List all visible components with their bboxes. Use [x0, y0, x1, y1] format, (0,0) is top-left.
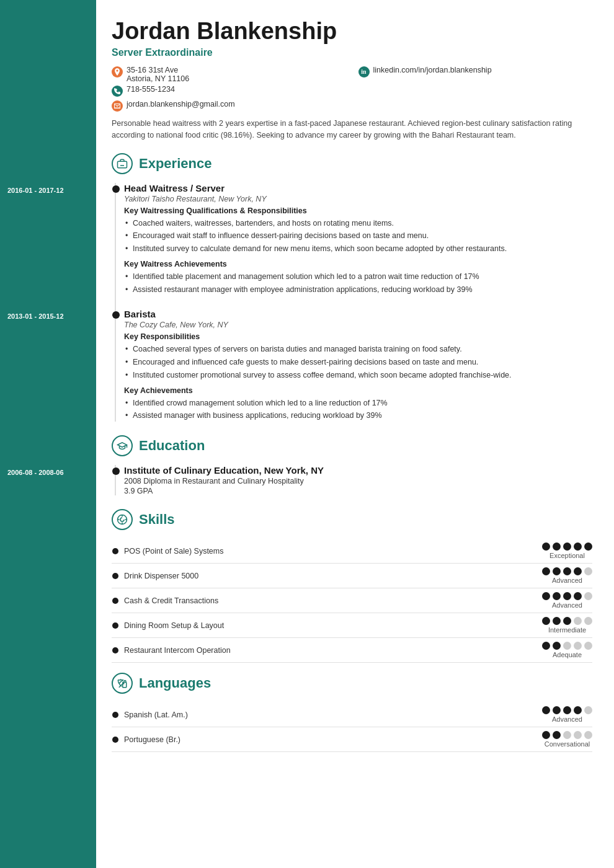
skill-rating-2: Advanced	[542, 592, 592, 609]
skill-row-3: Dining Room Setup & LayoutIntermediate	[112, 613, 592, 638]
exp-title-1: Head Waitress / Server	[124, 183, 592, 193]
skill-label-3: Intermediate	[548, 626, 586, 634]
skill-dot-pip-2-0	[542, 592, 550, 600]
bullet: Assisted manager with business applicati…	[124, 410, 592, 422]
skill-dots-2	[542, 592, 592, 600]
languages-section-header: Languages	[112, 673, 592, 694]
skill-dot-pip-0-2	[563, 542, 571, 551]
skill-row-1: Drink Dispenser 5000Advanced	[112, 564, 592, 588]
lang-dot-0	[112, 712, 118, 718]
skill-dot-pip-2-2	[563, 592, 571, 600]
bullet: Instituted customer promotional survey t…	[124, 370, 592, 381]
lang-label-1: Conversational	[545, 740, 590, 748]
skill-dot-3	[112, 622, 118, 629]
skill-dot-pip-4-0	[542, 642, 550, 650]
sidebar-date: 2016-01 - 2017-12	[0, 183, 96, 198]
skill-dot-pip-1-2	[563, 567, 571, 575]
skill-dot-pip-2-3	[574, 592, 582, 600]
contact-grid: 35-16 31st Ave Astoria, NY 11106 in link…	[112, 66, 592, 97]
exp-sub2-title-1: Key Waitress Achievements	[124, 260, 592, 268]
skill-dot-pip-3-3	[574, 617, 582, 625]
education-section-header: Education	[112, 435, 592, 456]
exp-sub2-title-2: Key Achievements	[124, 386, 592, 395]
exp-bullets-qual-1: Coached waiters, waitresses, bartenders,…	[124, 218, 592, 255]
summary-text: Personable head waitress with 2 years ex…	[112, 118, 592, 142]
experience-section-header: Experience	[112, 153, 592, 174]
lang-dot-pip-1-2	[563, 731, 571, 739]
exp-sub1-title-1: Key Waitressing Qualifications & Respons…	[124, 206, 592, 215]
skill-dot-pip-1-4	[584, 567, 592, 575]
experience-item-1: Head Waitress / Server Yakitori Taisho R…	[124, 183, 592, 296]
sidebar-date: 2013-01 - 2015-12	[0, 309, 96, 324]
languages-list: Spanish (Lat. Am.)AdvancedPortuguese (Br…	[112, 702, 592, 752]
address-text: 35-16 31st Ave Astoria, NY 11106	[127, 66, 189, 83]
skill-dot-4	[112, 647, 118, 653]
skill-label-1: Advanced	[552, 577, 582, 584]
skill-row-4: Restaurant Intercom OperationAdequate	[112, 638, 592, 663]
skill-dot-pip-0-0	[542, 542, 550, 551]
exp-sub1-title-2: Key Responsibilities	[124, 332, 592, 341]
lang-dots-0	[542, 706, 592, 714]
skills-section-header: Skills	[112, 509, 592, 530]
skill-row-0: POS (Point of Sale) SystemsExceptional	[112, 539, 592, 564]
email-icon	[112, 100, 123, 112]
skill-dots-0	[542, 542, 592, 551]
skills-list: POS (Point of Sale) SystemsExceptionalDr…	[112, 539, 592, 663]
skill-rating-1: Advanced	[542, 567, 592, 584]
skill-dot-pip-1-3	[574, 567, 582, 575]
email-text: jordan.blankenship@gmail.com	[127, 100, 235, 108]
contact-address: 35-16 31st Ave Astoria, NY 11106	[112, 66, 346, 83]
skill-name-2: Cash & Credit Transactions	[124, 596, 218, 605]
bullet: Coached several types of servers on bari…	[124, 343, 592, 355]
experience-icon	[112, 153, 133, 174]
skill-name-4: Restaurant Intercom Operation	[124, 646, 231, 655]
skill-dot-pip-1-0	[542, 567, 550, 575]
contact-email: jordan.blankenship@gmail.com	[112, 100, 592, 112]
skill-dot-pip-4-4	[584, 642, 592, 650]
sidebar: 2016-01 - 2017-122013-01 - 2015-122006-0…	[0, 0, 96, 868]
lang-dot-pip-1-1	[553, 731, 561, 739]
skill-dot-pip-4-3	[574, 642, 582, 650]
contact-phone: 718-555-1234	[112, 85, 346, 97]
skill-dot-pip-3-4	[584, 617, 592, 625]
skill-dot-pip-0-3	[574, 542, 582, 551]
skill-dot-0	[112, 548, 118, 554]
exp-title-2: Barista	[124, 309, 592, 319]
skill-dots-1	[542, 567, 592, 575]
phone-text: 718-555-1234	[127, 85, 175, 94]
candidate-title: Server Extraordinaire	[112, 47, 592, 58]
skill-label-0: Exceptional	[549, 552, 585, 559]
lang-dots-1	[542, 731, 592, 739]
location-icon	[112, 66, 123, 78]
skill-dot-pip-0-4	[584, 542, 592, 551]
lang-dot-pip-0-4	[584, 706, 592, 714]
lang-name-0: Spanish (Lat. Am.)	[124, 711, 188, 719]
bullet: Encouraged wait staff to influence desse…	[124, 230, 592, 242]
education-icon	[112, 435, 133, 456]
education-list: Institute of Culinary Education, New Yor…	[112, 465, 592, 495]
lang-name-1: Portuguese (Br.)	[124, 735, 180, 744]
lang-label-0: Advanced	[552, 715, 582, 723]
edu-school-1: Institute of Culinary Education, New Yor…	[124, 465, 592, 476]
skill-dot-pip-4-2	[563, 642, 571, 650]
header-section: Jordan Blankenship Server Extraordinaire…	[112, 19, 592, 112]
candidate-name: Jordan Blankenship	[112, 19, 592, 45]
skill-dot-2	[112, 598, 118, 604]
skill-rating-0: Exceptional	[542, 542, 592, 559]
skill-dot-pip-2-4	[584, 592, 592, 600]
lang-dot-pip-0-2	[563, 706, 571, 714]
svg-rect-0	[118, 161, 127, 168]
sidebar-date: 2006-08 - 2008-06	[0, 465, 96, 480]
skill-name-3: Dining Room Setup & Layout	[124, 621, 224, 630]
edu-gpa-1: 3.9 GPA	[124, 487, 592, 495]
exp-dot-2	[112, 311, 120, 319]
edu-degree-1: 2008 Diploma in Restaurant and Culinary …	[124, 477, 592, 485]
bullet: Coached waiters, waitresses, bartenders,…	[124, 218, 592, 229]
skills-icon	[112, 509, 133, 530]
skills-section-title: Skills	[139, 512, 174, 528]
exp-company-2: The Cozy Cafe, New York, NY	[124, 321, 592, 329]
main-content: Jordan Blankenship Server Extraordinaire…	[96, 0, 614, 868]
skill-row-2: Cash & Credit TransactionsAdvanced	[112, 588, 592, 613]
phone-icon	[112, 86, 123, 97]
lang-row-1: Portuguese (Br.)Conversational	[112, 727, 592, 752]
